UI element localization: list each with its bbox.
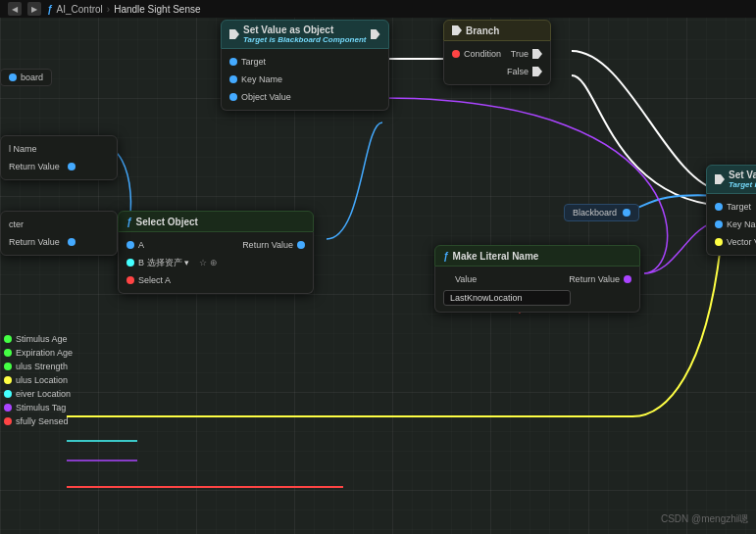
condition-label: Condition [464,49,501,59]
breadcrumb-current: Handle Sight Sense [114,4,200,15]
make-literal-name-title: Make Literal Name [453,251,539,262]
func-icon: ƒ [443,251,449,262]
target-row: Target [222,53,388,71]
watermark: CSDN @mengzhi嗯 [661,512,748,526]
receiver-location-label: eiver Location [16,389,71,399]
successfully-sensed-label: sfully Sensed [16,416,69,426]
value-row: Value Return Value [435,270,639,288]
node-title: Set Value as [729,170,756,180]
value-input-row: LastKnowLocation [435,288,639,308]
set-value-as-object-node: Set Value as Object Target is Blackboard… [221,20,389,111]
value-input[interactable]: LastKnowLocation [443,290,571,306]
blackboard-label: Blackboard [573,208,617,218]
left-name-body: l Name Return Value [0,135,118,180]
select-a-row: Select A [119,271,313,289]
expiration-age-row: Expiration Age [0,347,76,359]
blackboard-pin [623,209,630,217]
node-title: Set Value as Object [243,24,367,35]
target-label: Target [727,202,751,212]
false-row: False [444,63,550,80]
value-label: Value [455,274,477,284]
key-name-row: Key Name [222,71,388,88]
stimulus-tag-row: Stimulus Tag [0,402,76,413]
condition-row: Condition True [444,45,550,63]
branch-body: Condition True False [443,41,551,85]
object-value-label: Object Value [241,92,291,102]
condition-pin [452,50,460,58]
breadcrumb: ƒ AI_Control › Handle Sight Sense [47,4,201,15]
stimulus-tag-pin [4,404,12,412]
stimulus-age-pin [4,335,12,343]
target-row: Target [707,198,756,216]
cter-node: cter Return Value [0,211,118,256]
cter-return-row: Return Value [1,233,117,251]
set-value-right-body: Target Key Name Vector Value [706,194,756,256]
target-pin [715,203,723,211]
stimulus-tag-label: Stimulus Tag [16,403,66,413]
key-name-pin [229,75,237,83]
left-name-node: l Name Return Value [0,135,118,180]
select-a-pin [126,276,134,284]
true-pin [532,49,542,59]
select-object-body: A Return Value B 选择资产 ▾ ☆ ⊕ Select A [118,232,314,294]
stimulus-strength-pin [4,363,12,370]
return-pin [624,275,631,283]
stimulus-location-row: ulus Location [0,374,76,386]
stimulus-strength-label: ulus Strength [16,362,68,371]
make-literal-name-body: Value Return Value LastKnowLocation [434,267,640,313]
cter-body: cter Return Value [0,211,118,256]
cter-label-row: cter [1,216,117,233]
b-row: B 选择资产 ▾ ☆ ⊕ [119,254,313,271]
exec-in-pin [229,29,239,39]
node-subtitle: Target is Bla... [729,180,756,189]
b-label: B 选择资产 ▾ [138,257,189,269]
key-name-label: Key Name [241,74,282,84]
forward-button[interactable]: ▶ [27,2,41,16]
return-pin [297,241,305,249]
key-name-row: Key Name [707,216,756,233]
left-labels: Stimulus Age Expiration Age ulus Strengt… [0,333,76,427]
vector-value-row: Vector Value [707,233,756,251]
stimulus-location-label: ulus Location [16,375,68,385]
vector-value-pin [715,238,723,246]
exec-in-pin [715,174,725,184]
back-button[interactable]: ◀ [8,2,22,16]
stimulus-age-row: Stimulus Age [0,333,76,345]
return-row: Return Value [1,158,117,175]
successfully-sensed-pin [4,417,12,425]
branch-title: Branch [466,25,499,36]
expiration-age-label: Expiration Age [16,348,73,358]
successfully-sensed-row: sfully Sensed [0,415,76,427]
breadcrumb-parent: AI_Control [57,4,103,15]
a-row: A Return Value [119,236,313,254]
b-pin [126,259,134,267]
blackboard-node: Blackboard [564,204,639,221]
exec-out-pin [371,29,380,39]
false-pin [532,67,542,76]
node-body: Target Key Name Object Value [221,49,389,111]
key-name-label: Key Name [727,219,756,229]
receiver-location-row: eiver Location [0,388,76,400]
return-pin [68,238,76,246]
stimulus-location-pin [4,376,12,384]
stimulus-age-label: Stimulus Age [16,334,68,344]
make-literal-name-node: ƒ Make Literal Name Value Return Value L… [434,245,640,313]
object-value-pin [229,93,237,101]
target-pin [229,58,237,66]
lname-row: l Name [1,140,117,158]
select-object-title: Select Object [136,217,198,227]
node-subtitle: Target is Blackboard Component [243,35,367,44]
target-label: Target [241,57,266,67]
select-object-node: ƒ Select Object A Return Value B 选择资产 ▾ … [118,211,314,294]
object-value-row: Object Value [222,88,388,106]
func-icon: ƒ [47,4,53,15]
key-name-pin [715,220,723,228]
a-pin [126,241,134,249]
a-label: A [138,240,144,250]
expiration-age-pin [4,349,12,357]
select-a-label: Select A [138,275,171,285]
board-pin [9,73,17,81]
func-icon: ƒ [126,217,132,227]
branch-exec-in [452,25,462,35]
board-partial-node: board [0,69,52,86]
